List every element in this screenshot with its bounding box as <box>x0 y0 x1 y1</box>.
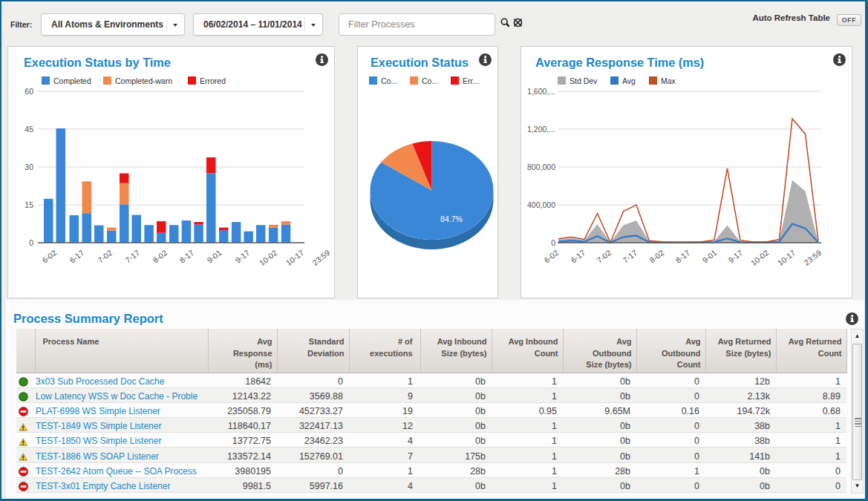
svg-text:800,000: 800,000 <box>527 163 555 171</box>
svg-text:7-17: 7-17 <box>621 248 639 264</box>
svg-text:8-17: 8-17 <box>673 248 691 264</box>
svg-text:10-02: 10-02 <box>258 248 279 267</box>
svg-text:Errored: Errored <box>200 76 226 85</box>
svg-text:1,600,...: 1,600,... <box>527 87 555 96</box>
svg-text:Execution Status by Time: Execution Status by Time <box>24 56 171 69</box>
svg-text:45: 45 <box>25 125 33 134</box>
svg-text:30: 30 <box>25 163 33 171</box>
svg-text:0: 0 <box>551 238 555 247</box>
svg-text:8-02: 8-02 <box>151 248 169 264</box>
svg-text:Average Response Time (ms): Average Response Time (ms) <box>535 56 704 69</box>
svg-text:6-02: 6-02 <box>40 248 58 264</box>
svg-text:Execution Status: Execution Status <box>371 56 469 69</box>
svg-text:10-17: 10-17 <box>284 248 306 267</box>
svg-text:8-02: 8-02 <box>647 248 665 264</box>
svg-text:Std Dev: Std Dev <box>570 76 598 85</box>
svg-text:Max: Max <box>661 76 676 85</box>
svg-text:9-01: 9-01 <box>700 248 718 264</box>
svg-text:9-01: 9-01 <box>205 248 223 264</box>
svg-text:23:59: 23:59 <box>310 248 331 267</box>
svg-text:Avg: Avg <box>622 76 636 85</box>
svg-text:400,000: 400,000 <box>527 200 555 209</box>
svg-text:Err...: Err... <box>463 76 479 85</box>
svg-text:84.7%: 84.7% <box>440 215 463 223</box>
svg-text:Co...: Co... <box>422 76 438 85</box>
svg-text:Completed: Completed <box>53 76 91 85</box>
svg-text:7-02: 7-02 <box>96 248 114 264</box>
svg-text:0: 0 <box>29 238 33 247</box>
svg-text:6-17: 6-17 <box>68 248 85 264</box>
svg-text:6-02: 6-02 <box>542 248 560 264</box>
svg-text:Completed-warn: Completed-warn <box>115 76 172 85</box>
svg-text:Co...: Co... <box>381 76 397 85</box>
svg-text:15: 15 <box>25 200 33 209</box>
svg-text:1,200,...: 1,200,... <box>527 125 555 134</box>
svg-text:6-17: 6-17 <box>569 248 587 264</box>
svg-text:10-02: 10-02 <box>749 248 771 267</box>
svg-text:7-02: 7-02 <box>595 248 613 264</box>
svg-text:60: 60 <box>25 87 33 96</box>
svg-text:9-17: 9-17 <box>726 248 744 264</box>
svg-text:9-17: 9-17 <box>233 248 251 264</box>
svg-text:23:59: 23:59 <box>802 248 823 267</box>
svg-text:8-17: 8-17 <box>177 248 195 264</box>
svg-text:7-17: 7-17 <box>123 248 141 264</box>
svg-text:10-17: 10-17 <box>776 248 797 267</box>
